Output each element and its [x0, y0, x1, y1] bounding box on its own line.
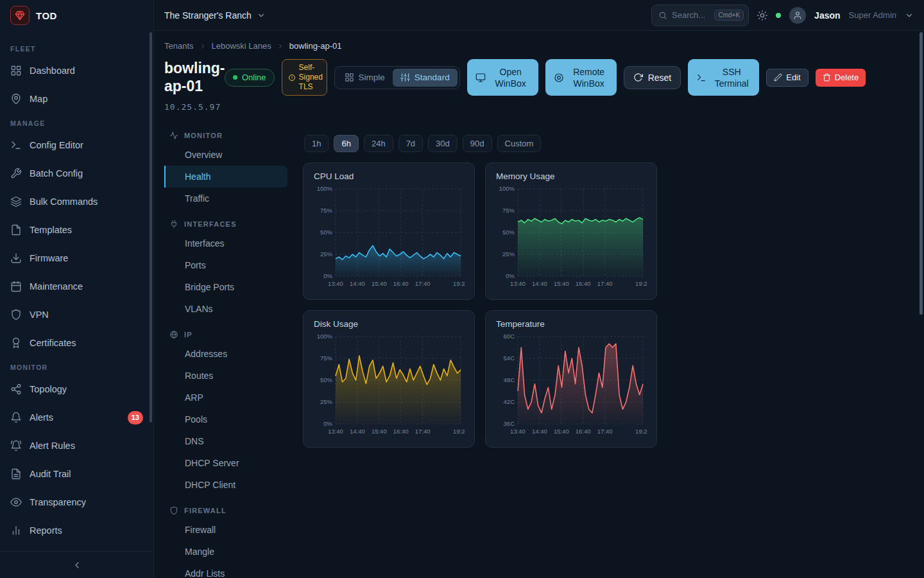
subnav-item-addr-lists[interactable]: Addr Lists	[164, 563, 287, 578]
svg-text:54C: 54C	[504, 355, 515, 362]
subnav-item-mangle[interactable]: Mangle	[164, 541, 287, 563]
subnav-item-routes[interactable]: Routes	[164, 365, 287, 387]
subnav-item-arp[interactable]: ARP	[164, 387, 287, 408]
mode-option-simple[interactable]: Simple	[337, 69, 393, 87]
time-range-7d[interactable]: 7d	[398, 135, 423, 152]
subnav-item-dhcp-client[interactable]: DHCP Client	[164, 474, 287, 496]
sidebar-item-alerts[interactable]: Alerts 13	[0, 403, 153, 432]
breadcrumb-tenants[interactable]: Tenants	[164, 41, 194, 51]
sidebar-item-dashboard[interactable]: Dashboard	[0, 57, 153, 85]
svg-text:42C: 42C	[504, 398, 515, 405]
svg-text:17:40: 17:40	[597, 280, 613, 287]
search-box[interactable]: Cmd+K	[651, 4, 749, 26]
sidebar-item-map[interactable]: Map	[0, 85, 153, 113]
sidebar-item-reports[interactable]: Reports	[0, 516, 153, 545]
subnav-item-health[interactable]: Health	[164, 166, 287, 188]
svg-text:17:40: 17:40	[415, 280, 431, 287]
svg-text:19:25: 19:25	[453, 428, 465, 435]
sidebar-scrollbar[interactable]	[150, 32, 152, 423]
chevron-left-icon	[72, 560, 82, 570]
eye-icon	[10, 496, 22, 508]
sidebar-nav: FLEET Dashboard Map MANAGE Config Editor…	[0, 31, 153, 551]
sidebar-item-certificates[interactable]: Certificates	[0, 329, 153, 357]
sidebar-item-batch-config[interactable]: Batch Config	[0, 159, 153, 188]
user-avatar[interactable]	[789, 7, 806, 24]
delete-button[interactable]: Delete	[816, 69, 866, 87]
svg-text:36C: 36C	[504, 420, 515, 427]
svg-text:0%: 0%	[323, 420, 332, 427]
subnav-item-pools[interactable]: Pools	[164, 408, 287, 430]
remote-winbox-button[interactable]: Remote WinBox	[545, 59, 617, 96]
svg-text:13:40: 13:40	[328, 280, 343, 287]
view-mode-toggle: Simple Standard	[334, 66, 460, 89]
sidebar-item-firmware[interactable]: Firmware	[0, 244, 153, 272]
tenant-selector[interactable]: The Stranger's Ranch	[164, 10, 266, 21]
theme-toggle-button[interactable]	[757, 10, 767, 21]
sidebar-item-alert-rules[interactable]: Alert Rules	[0, 432, 153, 460]
edit-button[interactable]: Edit	[766, 69, 808, 87]
breadcrumb: Tenants Lebowski Lanes bowling-ap-01	[164, 41, 924, 51]
file-text-icon	[10, 468, 22, 480]
sidebar-item-topology[interactable]: Topology	[0, 375, 153, 403]
mode-option-standard[interactable]: Standard	[393, 69, 458, 87]
temperature-chart: 60C54C48C42C36C13:4014:4015:4016:4017:40…	[496, 331, 646, 438]
sidebar-item-label: Alerts	[30, 412, 53, 423]
subnav-item-firewall[interactable]: Firewall	[164, 519, 287, 541]
subnav-section-ip: IP Addresses Routes ARP Pools DNS DHCP S…	[164, 326, 287, 496]
sidebar-item-templates[interactable]: Templates	[0, 216, 153, 244]
sidebar-item-label: Topology	[30, 384, 67, 394]
subnav-item-bridge-ports[interactable]: Bridge Ports	[164, 276, 287, 298]
ssh-terminal-button[interactable]: SSH Terminal	[688, 59, 759, 96]
time-range-6h[interactable]: 6h	[334, 135, 358, 152]
svg-text:17:40: 17:40	[597, 428, 613, 435]
chevron-right-icon	[199, 42, 207, 50]
subnav-item-vlans[interactable]: VLANs	[164, 298, 287, 320]
wrench-icon	[10, 168, 22, 179]
search-input[interactable]	[672, 10, 710, 20]
time-range-90d[interactable]: 90d	[463, 135, 492, 152]
dashboard-grid-icon	[10, 65, 22, 76]
subnav-item-addresses[interactable]: Addresses	[164, 343, 287, 365]
svg-text:14:40: 14:40	[532, 280, 547, 287]
svg-text:75%: 75%	[502, 207, 515, 214]
subnav-item-dns[interactable]: DNS	[164, 430, 287, 452]
open-winbox-button[interactable]: Open WinBox	[467, 59, 538, 96]
time-range-1h[interactable]: 1h	[304, 135, 329, 152]
svg-text:15:40: 15:40	[554, 428, 569, 435]
tls-warning-badge: Self-Signed TLS	[282, 59, 327, 96]
subnav-section-firewall: FIREWALL Firewall Mangle Addr Lists Conn…	[164, 502, 287, 578]
subnav-item-interfaces[interactable]: Interfaces	[164, 232, 287, 254]
calendar-icon	[10, 281, 22, 292]
time-range-24h[interactable]: 24h	[364, 135, 393, 152]
bell-icon	[10, 412, 22, 423]
time-range-30d[interactable]: 30d	[428, 135, 458, 152]
temperature-card: Temperature 60C54C48C42C36C13:4014:4015:…	[485, 310, 657, 448]
memory-usage-chart: 100%75%50%25%0%13:4014:4015:4016:4017:40…	[496, 184, 646, 290]
subnav-header: MONITOR	[164, 127, 287, 144]
sidebar-item-vpn[interactable]: VPN	[0, 301, 153, 329]
chevron-right-icon	[277, 42, 284, 50]
sliders-icon	[400, 73, 410, 82]
sidebar-item-maintenance[interactable]: Maintenance	[0, 272, 153, 301]
sidebar-item-audit-trail[interactable]: Audit Trail	[0, 460, 153, 488]
svg-text:100%: 100%	[317, 333, 333, 340]
device-body: MONITOR Overview Health Traffic INTERFAC…	[164, 127, 924, 578]
svg-text:0%: 0%	[506, 272, 515, 279]
breadcrumb-tenant[interactable]: Lebowski Lanes	[212, 41, 271, 51]
sidebar-collapse-button[interactable]	[0, 551, 153, 578]
sidebar-item-label: Batch Config	[30, 168, 83, 179]
user-menu-chevron-icon[interactable]	[905, 11, 914, 20]
device-ip: 10.25.5.97	[164, 102, 230, 112]
sidebar-item-config-editor[interactable]: Config Editor	[0, 131, 153, 159]
subnav-item-overview[interactable]: Overview	[164, 144, 287, 166]
subnav-item-ports[interactable]: Ports	[164, 254, 287, 276]
subnav-item-dhcp-server[interactable]: DHCP Server	[164, 452, 287, 474]
activity-icon	[169, 131, 178, 140]
sidebar-item-transparency[interactable]: Transparency	[0, 488, 153, 516]
reset-button[interactable]: Reset	[624, 66, 681, 89]
page-scrollbar[interactable]	[920, 32, 923, 315]
sidebar-item-bulk-commands[interactable]: Bulk Commands	[0, 188, 153, 216]
time-range-custom[interactable]: Custom	[497, 135, 542, 152]
sidebar-item-label: Reports	[30, 525, 62, 536]
subnav-item-traffic[interactable]: Traffic	[164, 188, 287, 209]
